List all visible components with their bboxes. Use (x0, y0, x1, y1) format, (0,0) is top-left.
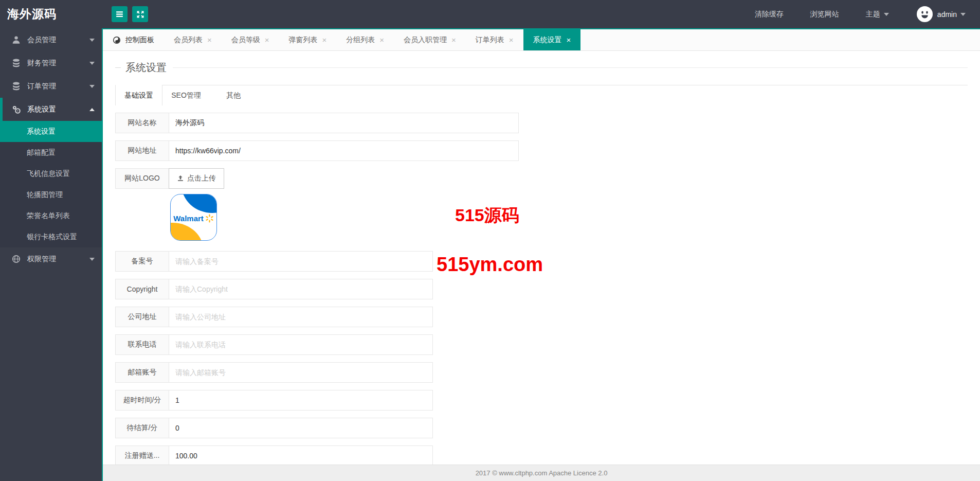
tab-label: 会员入职管理 (404, 35, 447, 45)
close-icon[interactable]: × (509, 36, 514, 44)
tab-system-settings[interactable]: 系统设置 × (523, 29, 581, 50)
sidebar-item-finance-management[interactable]: 财务管理 (0, 51, 102, 75)
chevron-down-icon (884, 13, 889, 16)
tab-seo-management[interactable]: SEO管理 (162, 85, 210, 105)
tab-order-list[interactable]: 订单列表 × (466, 29, 523, 50)
timeout-minutes-input[interactable] (169, 390, 433, 411)
tab-member-level[interactable]: 会员等级 × (222, 29, 279, 50)
field-label: 超时时间/分 (115, 390, 169, 411)
form-row-site-logo: 网站LOGO 点击上传 (115, 168, 968, 189)
tab-label: 分组列表 (346, 35, 375, 45)
sidebar-item-permission-management[interactable]: 权限管理 (0, 247, 102, 271)
close-icon[interactable]: × (451, 36, 456, 44)
sidebar-subitem-carousel-management[interactable]: 轮播图管理 (0, 184, 102, 205)
contact-phone-input[interactable] (169, 334, 433, 355)
site-logo-preview[interactable]: Walmart (170, 194, 217, 241)
page-tabbar: 控制面板 会员列表 × 会员等级 × 弹窗列表 × 分组列表 × 会员入职管理 … (103, 28, 980, 51)
page-footer: 2017 © www.cltphp.com Apache Licence 2.0 (103, 465, 980, 481)
close-icon[interactable]: × (265, 36, 269, 44)
settings-tabs: 基础设置 SEO管理 其他 (115, 85, 968, 105)
tab-label: 订单列表 (476, 35, 504, 45)
user-menu[interactable]: admin (937, 10, 966, 19)
tab-other[interactable]: 其他 (210, 85, 257, 105)
tab-popup-list[interactable]: 弹窗列表 × (279, 29, 337, 50)
tab-label: 系统设置 (533, 35, 562, 45)
upload-button-label: 点击上传 (187, 174, 216, 183)
globe-icon (12, 255, 21, 263)
site-url-input[interactable] (169, 140, 519, 161)
top-header: 海外源码 清除缓存 浏览网站 主题 admin (0, 0, 980, 28)
page-title-row: 系统设置 (115, 60, 968, 75)
field-label: 网站名称 (115, 113, 169, 133)
sidebar-subitem-telegram-info[interactable]: 飞机信息设置 (0, 163, 102, 184)
tab-member-onboarding[interactable]: 会员入职管理 × (394, 29, 466, 50)
chevron-down-icon (960, 13, 966, 16)
tab-basic-settings[interactable]: 基础设置 (115, 85, 162, 105)
app-logo: 海外源码 (0, 6, 102, 22)
chevron-down-icon (89, 39, 95, 42)
watermark-text-1: 515源码 (455, 204, 519, 227)
watermark-text-2: 515ym.com (437, 254, 543, 276)
page-content: 系统设置 基础设置 SEO管理 其他 网站名称 网站地址 网站LOGO (103, 51, 980, 465)
tab-group-list[interactable]: 分组列表 × (336, 29, 394, 50)
form-row-timeout-minutes: 超时时间/分 (115, 390, 968, 411)
form-row-email-account: 邮箱账号 (115, 362, 968, 383)
sidebar-item-label: 系统设置 (27, 105, 56, 114)
chevron-down-icon (89, 85, 95, 88)
sidebar-subitem-honor-list[interactable]: 荣誉名单列表 (0, 205, 102, 226)
upload-icon (177, 175, 184, 182)
person-icon (12, 35, 21, 44)
close-icon[interactable]: × (322, 36, 327, 44)
company-address-input[interactable] (169, 307, 433, 327)
page-title: 系统设置 (125, 61, 167, 75)
pending-settlement-input[interactable] (169, 418, 433, 438)
upload-button[interactable]: 点击上传 (169, 168, 224, 189)
register-bonus-input[interactable] (169, 446, 433, 465)
sidebar-subitem-email-config[interactable]: 邮箱配置 (0, 142, 102, 163)
site-name-input[interactable] (169, 113, 519, 133)
gear-icon (12, 105, 21, 114)
form-row-pending-settlement: 待结算/分 (115, 418, 968, 438)
walmart-blue-shape (182, 194, 217, 213)
field-label: 网站LOGO (115, 168, 169, 189)
tab-member-list[interactable]: 会员列表 × (164, 29, 222, 50)
form-row-copyright: Copyright (115, 279, 968, 299)
browse-site-button[interactable]: 浏览网站 (797, 10, 852, 19)
tab-label: 会员列表 (174, 35, 203, 45)
title-dash (115, 67, 121, 68)
field-label: 公司地址 (115, 307, 169, 327)
theme-dropdown[interactable]: 主题 (852, 10, 902, 19)
field-label: 待结算/分 (115, 418, 169, 438)
database-icon (12, 59, 21, 67)
sidebar-item-label: 会员管理 (27, 35, 56, 45)
avatar[interactable] (917, 6, 933, 22)
sidebar-item-order-management[interactable]: 订单管理 (0, 75, 102, 98)
collapse-sidebar-button[interactable] (112, 6, 128, 22)
walmart-wordmark: Walmart (173, 214, 204, 223)
sidebar-item-system-settings[interactable]: 系统设置 (0, 98, 102, 121)
field-label: 注册赠送... (115, 446, 169, 465)
copyright-input[interactable] (169, 279, 433, 299)
sidebar-item-label: 权限管理 (27, 255, 56, 264)
field-label: 网站地址 (115, 140, 169, 161)
chevron-down-icon (89, 258, 95, 261)
dashboard-icon (113, 36, 121, 44)
close-icon[interactable]: × (567, 36, 571, 44)
hamburger-icon (115, 10, 124, 19)
main-area: 控制面板 会员列表 × 会员等级 × 弹窗列表 × 分组列表 × 会员入职管理 … (102, 28, 980, 481)
sidebar-subitem-bankcard-format[interactable]: 银行卡格式设置 (0, 226, 102, 247)
fullscreen-button[interactable] (132, 6, 148, 22)
icp-number-input[interactable] (169, 251, 433, 272)
close-icon[interactable]: × (207, 36, 212, 44)
footer-text: 2017 © www.cltphp.com Apache Licence 2.0 (476, 469, 608, 477)
form-row-site-url: 网站地址 (115, 140, 968, 161)
sidebar-item-member-management[interactable]: 会员管理 (0, 28, 102, 51)
tab-dashboard[interactable]: 控制面板 (103, 29, 164, 50)
tab-label: 弹窗列表 (289, 35, 318, 45)
sidebar-subitem-system-settings[interactable]: 系统设置 (0, 121, 102, 142)
form-row-company-address: 公司地址 (115, 307, 968, 327)
close-icon[interactable]: × (379, 36, 384, 44)
clear-cache-button[interactable]: 清除缓存 (741, 10, 797, 19)
walmart-spark-icon (205, 214, 214, 223)
email-account-input[interactable] (169, 362, 433, 383)
